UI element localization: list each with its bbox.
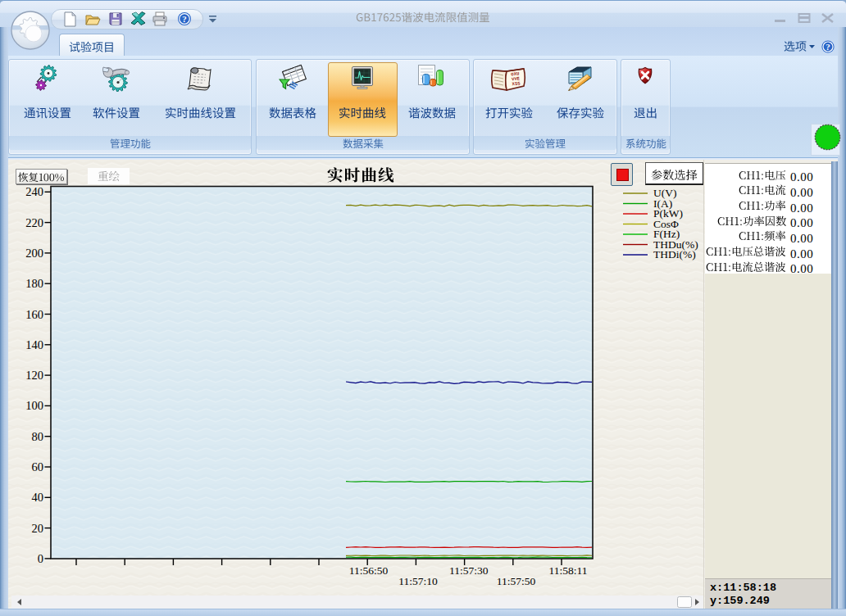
svg-text:11:57:30: 11:57:30 — [449, 564, 489, 577]
svg-text:80: 80 — [32, 430, 44, 443]
svg-text:11:57:10: 11:57:10 — [398, 575, 438, 587]
svg-text:20: 20 — [32, 522, 44, 535]
svg-text:11:58:11: 11:58:11 — [549, 564, 588, 577]
svg-text:THDi(%): THDi(%) — [653, 248, 696, 260]
svg-text:0: 0 — [38, 552, 43, 565]
svg-text:X55: X55 — [512, 80, 521, 87]
svg-text:240: 240 — [25, 185, 43, 198]
svg-text:120: 120 — [25, 369, 43, 382]
svg-text:?: ? — [182, 14, 187, 24]
svg-text:140: 140 — [25, 338, 43, 351]
svg-text:60: 60 — [32, 460, 44, 473]
svg-text:200: 200 — [25, 247, 43, 260]
svg-text:11:57:50: 11:57:50 — [497, 575, 536, 587]
svg-text:100: 100 — [25, 399, 43, 412]
svg-text:?: ? — [826, 42, 830, 52]
svg-text:220: 220 — [25, 216, 43, 229]
svg-text:180: 180 — [25, 277, 43, 290]
svg-text:160: 160 — [25, 308, 43, 321]
svg-text:11:56:50: 11:56:50 — [349, 564, 389, 577]
svg-text:40: 40 — [32, 491, 44, 504]
